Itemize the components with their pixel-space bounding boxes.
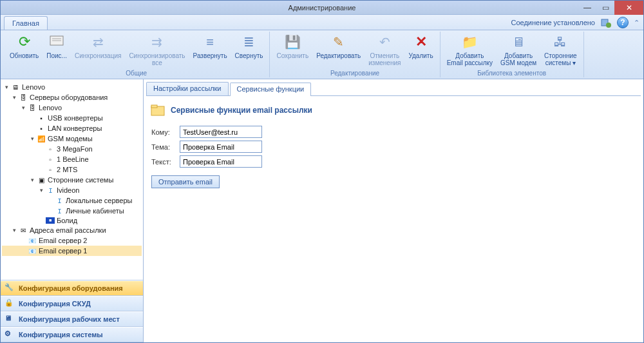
hardware-icon: 🔧: [5, 283, 15, 293]
refresh-button[interactable]: ⟳Обновить: [6, 32, 43, 69]
tab-main[interactable]: Главная: [4, 16, 48, 30]
tree-node-ivideon[interactable]: ▾ⵊIvideon: [2, 185, 142, 195]
modem-icon: 📶: [37, 134, 46, 143]
mail-icon: ✉: [19, 226, 28, 235]
save-button[interactable]: 💾Сохранить: [272, 32, 312, 69]
systems-icon: ▣: [37, 175, 46, 184]
tree-node-local-srv[interactable]: ⵊЛокальные серверы: [2, 195, 142, 206]
to-input[interactable]: [180, 126, 262, 138]
ribbon-group-edit: 💾Сохранить ✎Редактировать ↶Отменить изме…: [270, 32, 440, 77]
tree-node-email-addr[interactable]: ▾✉Адреса email рассылки: [2, 225, 142, 235]
tree-node-usb[interactable]: ▪USB конвертеры: [2, 113, 142, 123]
ribbon-group-common: ⟳Обновить Поис... ⇄Синхронизация ⇉Синхро…: [3, 32, 270, 77]
sync-all-button[interactable]: ⇉Синхронизировать все: [125, 32, 189, 69]
sim-icon: ▫: [46, 165, 55, 174]
tree-node-gsm[interactable]: ▾📶GSM модемы: [2, 133, 142, 144]
maximize-button[interactable]: ▭: [596, 1, 614, 15]
device-icon: ▪: [37, 124, 46, 133]
nav-skud[interactable]: 🔒Конфигурация СКУД: [1, 296, 143, 311]
ext-systems-button[interactable]: 🖧Сторонние системы ▾: [540, 32, 581, 69]
tab-settings[interactable]: Настройки рассылки: [146, 82, 229, 95]
modem-icon: 🖥: [512, 35, 525, 50]
chevron-down-icon[interactable]: ▾: [20, 104, 27, 112]
sidebar: ▾🖥Lenovo ▾🗄Серверы оборудования ▾🗄Lenovo…: [1, 79, 144, 342]
chevron-down-icon[interactable]: ▾: [38, 187, 45, 194]
chevron-down-icon[interactable]: ▾: [11, 94, 18, 101]
ivideon-icon: ⵊ: [55, 206, 64, 215]
tab-service[interactable]: Сервисные функции: [230, 83, 312, 96]
text-input[interactable]: [180, 155, 262, 168]
sync-button[interactable]: ⇄Синхронизация: [71, 32, 125, 69]
nav-hardware[interactable]: 🔧Конфигурация оборудования: [1, 280, 143, 296]
tree-node-cabinets[interactable]: ⵊЛичные кабинеты: [2, 206, 142, 216]
folder-icon: [150, 103, 166, 118]
tree-node-root[interactable]: ▾🖥Lenovo: [2, 82, 142, 92]
chevron-down-icon[interactable]: ▾: [29, 135, 36, 142]
mail-server-icon: 📧: [28, 246, 37, 255]
tree-node-bolid[interactable]: ■Болид: [2, 216, 142, 225]
ribbon-collapse-icon[interactable]: ⌃: [634, 19, 639, 27]
tree-node-bee[interactable]: ▫1 BeeLine: [2, 154, 142, 164]
tree-node-lenovo[interactable]: ▾🗄Lenovo: [2, 103, 142, 113]
search-button[interactable]: Поис...: [43, 32, 71, 69]
search-icon: [48, 34, 65, 50]
server-icon: 🗄: [28, 103, 37, 112]
nav-system[interactable]: ⚙Конфигурация системы: [1, 327, 143, 342]
systems-icon: 🖧: [554, 35, 567, 50]
delete-button[interactable]: ✕Удалить: [404, 32, 437, 69]
group-label-library: Библиотека элементов: [443, 69, 581, 77]
save-icon: 💾: [285, 34, 301, 50]
lock-icon: 🔒: [5, 299, 15, 309]
ribbon: ⟳Обновить Поис... ⇄Синхронизация ⇉Синхро…: [1, 30, 643, 79]
sim-icon: ▫: [46, 155, 55, 164]
add-gsm-button[interactable]: 🖥Добавить GSM модем: [497, 32, 540, 69]
device-icon: ▪: [37, 113, 46, 122]
tree-node-ext[interactable]: ▾▣Сторонние системы: [2, 175, 142, 185]
folder-icon: 📁: [462, 34, 478, 50]
subject-input[interactable]: [180, 141, 262, 153]
sync-all-icon: ⇉: [151, 34, 162, 50]
tree-node-hw-servers[interactable]: ▾🗄Серверы оборудования: [2, 92, 142, 103]
group-label-common: Общие: [6, 69, 267, 77]
undo-button[interactable]: ↶Отменить изменения: [365, 32, 404, 69]
sim-icon: ▫: [46, 144, 55, 153]
help-icon[interactable]: ?: [617, 17, 629, 28]
expand-button[interactable]: ≡Развернуть: [189, 32, 231, 69]
nav-workplaces[interactable]: 🖥Конфигурация рабочих мест: [1, 311, 143, 327]
section-title: Сервисные функции email рассылки: [171, 106, 312, 115]
section-header: Сервисные функции email рассылки: [146, 96, 641, 123]
ivideon-icon: ⵊ: [46, 186, 55, 195]
tree-node-lan[interactable]: ▪LAN конвертеры: [2, 123, 142, 133]
ribbon-group-library: 📁Добавить Email рассылку 🖥Добавить GSM м…: [440, 32, 584, 77]
tree-node-mega[interactable]: ▫3 MegaFon: [2, 144, 142, 154]
send-email-button[interactable]: Отправить email: [151, 175, 220, 188]
chevron-down-icon[interactable]: ▾: [11, 227, 18, 234]
titlebar: Администрирование — ▭ ✕: [1, 1, 643, 15]
chevron-down-icon[interactable]: ▾: [3, 84, 10, 91]
connection-status: Соединение установлено: [511, 19, 595, 26]
svg-rect-6: [151, 105, 157, 108]
edit-button[interactable]: ✎Редактировать: [312, 32, 365, 69]
svg-point-1: [606, 23, 611, 28]
tree[interactable]: ▾🖥Lenovo ▾🗄Серверы оборудования ▾🗄Lenovo…: [1, 79, 143, 280]
mail-server-icon: 📧: [28, 236, 37, 245]
chevron-down-icon[interactable]: ▾: [29, 177, 36, 184]
tree-node-email1[interactable]: 📧Email сервер 1: [2, 246, 142, 256]
collapse-icon: ≣: [243, 34, 254, 50]
content: Настройки рассылки Сервисные функции Сер…: [144, 79, 643, 342]
add-email-button[interactable]: 📁Добавить Email рассылку: [443, 32, 497, 69]
server-icon: 🗄: [19, 93, 28, 102]
ivideon-icon: ⵊ: [55, 196, 64, 205]
collapse-button[interactable]: ≣Свернуть: [231, 32, 267, 69]
tree-node-mts[interactable]: ▫2 MTS: [2, 164, 142, 175]
group-label-edit: Редактирование: [272, 69, 437, 77]
close-button[interactable]: ✕: [614, 1, 643, 15]
connection-icon: [600, 17, 612, 28]
window-title: Администрирование: [289, 4, 356, 12]
gear-icon: ⚙: [5, 329, 15, 340]
tree-node-email2[interactable]: 📧Email сервер 2: [2, 235, 142, 246]
undo-icon: ↶: [379, 34, 390, 50]
edit-icon: ✎: [333, 34, 344, 50]
content-tabs: Настройки рассылки Сервисные функции: [146, 82, 641, 96]
minimize-button[interactable]: —: [578, 1, 596, 15]
